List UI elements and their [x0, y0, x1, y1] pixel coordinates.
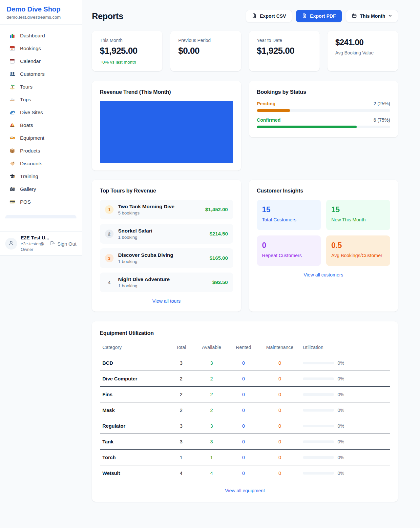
column-header-utilization: Utilization: [300, 342, 390, 355]
period-dropdown[interactable]: This Month: [346, 10, 398, 22]
tour-bookings: 1 booking: [118, 259, 205, 264]
sign-out-button[interactable]: Sign Out: [50, 240, 76, 247]
sidebar-item-dive-sites[interactable]: Dive Sites: [5, 106, 76, 119]
tour-amount: $214.50: [209, 231, 228, 237]
tour-info: Two Tank Morning Dive 5 bookings: [118, 204, 201, 215]
sidebar-item-label: Dive Sites: [20, 110, 43, 115]
rank-badge: 3: [105, 254, 114, 262]
column-header-rented: Rented: [227, 342, 259, 355]
sidebar-item-label: Dashboard: [20, 33, 45, 39]
table-row: Wetsuit 4 4 0 0 0%: [100, 465, 390, 481]
sidebar-item-boats[interactable]: Boats: [5, 119, 76, 132]
stat-label: Year to Date: [257, 38, 312, 43]
main-content: Reports Export CSV Export PDF This Month: [82, 0, 398, 502]
sidebar-item-calendar[interactable]: Calendar: [5, 55, 76, 68]
dashboard-icon: [9, 32, 15, 39]
utilization-percent: 0%: [338, 439, 344, 444]
status-count: 6 (75%): [373, 117, 390, 123]
sidebar-item-pos[interactable]: POS: [5, 195, 76, 208]
person-icon: [8, 240, 14, 248]
tour-bookings: 1 booking: [118, 283, 208, 288]
cell-rented: 0: [227, 465, 259, 481]
utilization-percent: 0%: [338, 423, 344, 429]
cell-rented: 0: [227, 355, 259, 371]
calendar-outline-icon: [352, 13, 357, 19]
rank-badge: 2: [105, 230, 114, 238]
tour-info: Snorkel Safari 1 booking: [118, 228, 205, 240]
tile-avg-bookings-customer: 0.5 Avg Bookings/Customer: [326, 235, 390, 266]
header-actions: Export CSV Export PDF This Month: [246, 10, 398, 22]
utilization-percent: 0%: [338, 376, 344, 381]
utilization-bar: [303, 425, 334, 427]
tile-value: 15: [262, 205, 316, 214]
page-title: Reports: [92, 11, 123, 21]
panel-title: Revenue Trend (This Month): [100, 89, 233, 95]
sidebar-item-bookings[interactable]: 17 Bookings: [5, 42, 76, 55]
utilization-cell: 0%: [303, 471, 388, 476]
sidebar-item-label: Gallery: [20, 186, 36, 192]
sidebar-item-dashboard[interactable]: Dashboard: [5, 29, 76, 42]
utilization-bar: [303, 362, 334, 364]
user-info: E2E Test U... e2e-tester@... Owner: [21, 235, 46, 252]
utilization-bar: [303, 472, 334, 475]
view-all-tours-link[interactable]: View all tours: [100, 298, 233, 304]
charts-row: Revenue Trend (This Month) Bookings by S…: [92, 81, 398, 171]
stat-delta: +0% vs last month: [100, 60, 155, 65]
cell-maintenance: 0: [260, 387, 300, 402]
progress-fill: [257, 126, 357, 128]
cell-available: 4: [196, 465, 227, 481]
sidebar-item-label: Equipment: [20, 135, 44, 141]
utilization-cell: 0%: [303, 455, 388, 460]
progress-track: [257, 126, 390, 128]
sidebar-item-trips[interactable]: Trips: [5, 93, 76, 106]
cell-category: Regulator: [100, 418, 167, 434]
panel-title: Top Tours by Revenue: [100, 188, 233, 194]
cell-total: 2: [167, 387, 196, 402]
sign-out-label: Sign Out: [57, 241, 76, 247]
sidebar-item-equipment[interactable]: Equipment: [5, 132, 76, 144]
cell-category: Tank: [100, 434, 167, 450]
sidebar-item-customers[interactable]: Customers: [5, 68, 76, 80]
export-pdf-button[interactable]: Export PDF: [296, 10, 342, 22]
sidebar-item-tours[interactable]: Tours: [5, 80, 76, 93]
cell-maintenance: 0: [260, 355, 300, 371]
tile-repeat-customers: 0 Repeat Customers: [257, 235, 321, 266]
cell-category: Fins: [100, 387, 167, 402]
panel-title: Bookings by Status: [257, 89, 390, 95]
status-label: Pending: [257, 101, 276, 106]
sidebar-nav: Dashboard 17 Bookings Calendar Customers…: [0, 25, 82, 232]
progress-track: [257, 109, 390, 112]
tile-label: Total Customers: [262, 217, 316, 222]
stat-label: Avg Booking Value: [335, 50, 390, 55]
tour-list-item: 4 Night Dive Adventure 1 booking $93.50: [100, 273, 233, 292]
sidebar-item-label: Tours: [20, 84, 32, 90]
file-download-icon: [252, 13, 257, 19]
tour-list-item: 3 Discover Scuba Diving 1 booking $165.0…: [100, 248, 233, 268]
sign-out-icon: [50, 240, 55, 247]
view-all-customers-link[interactable]: View all customers: [257, 272, 390, 277]
sidebar-item-training[interactable]: Training: [5, 170, 76, 183]
table-row: Tank 3 3 0 0 0%: [100, 434, 390, 450]
utilization-percent: 0%: [338, 392, 344, 397]
insights-row: Top Tours by Revenue 1 Two Tank Morning …: [92, 180, 398, 312]
cell-total: 2: [167, 371, 196, 387]
cell-available: 3: [196, 355, 227, 371]
utilization-percent: 0%: [338, 360, 344, 366]
tile-label: Avg Bookings/Customer: [331, 253, 385, 258]
view-all-equipment-link[interactable]: View all equipment: [100, 488, 390, 493]
tile-value: 0.5: [331, 241, 385, 250]
utilization-percent: 0%: [338, 455, 344, 460]
file-download-icon: [302, 13, 307, 19]
tour-amount: $1,452.00: [205, 207, 228, 213]
sidebar-item-gallery[interactable]: Gallery: [5, 183, 76, 195]
cell-category: Mask: [100, 402, 167, 418]
tour-bookings: 1 booking: [118, 235, 205, 240]
bookings-by-status-panel: Bookings by Status Pending 2 (25%) Confi…: [249, 81, 398, 137]
export-csv-button[interactable]: Export CSV: [246, 10, 292, 22]
sidebar-item-products[interactable]: Products: [5, 144, 76, 157]
sidebar-item-discounts[interactable]: Discounts: [5, 157, 76, 170]
utilization-cell: 0%: [303, 439, 388, 444]
cell-rented: 0: [227, 402, 259, 418]
chevron-down-icon: [388, 13, 392, 19]
export-csv-label: Export CSV: [260, 13, 286, 19]
